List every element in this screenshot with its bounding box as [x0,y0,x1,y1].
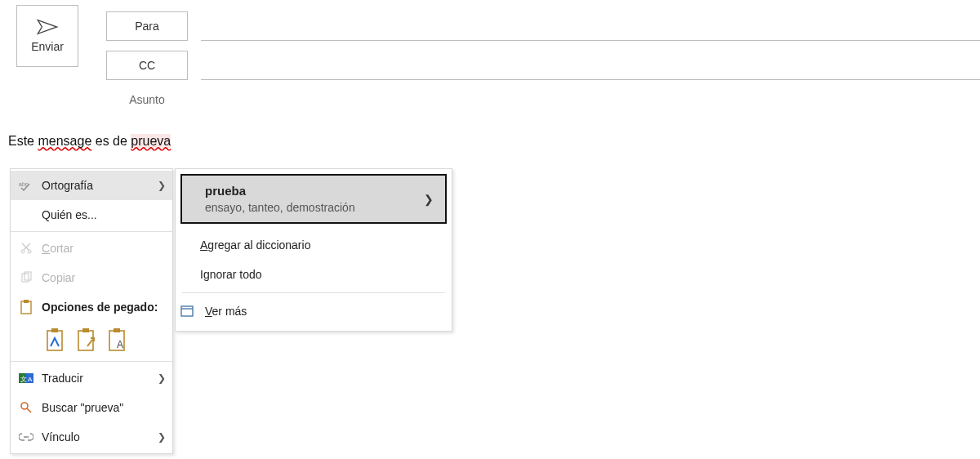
ctx-cut-label: Cortar [42,242,166,255]
ignore-all-label: Ignorar todo [200,268,262,281]
send-button[interactable]: Enviar [16,5,78,67]
ctx-cut: Cortar [11,234,172,263]
body-text: Este mensage es de prueva [8,134,171,148]
paste-options-icons: A [11,322,172,359]
link-icon [17,432,35,442]
subject-label: Asunto [106,93,188,106]
svg-rect-5 [21,301,31,314]
ctx-spelling-label: Ortografía [42,179,158,192]
misspelled-word-2[interactable]: prueva [131,134,171,148]
svg-rect-12 [114,328,120,332]
translate-icon: 文A [17,372,35,385]
svg-text:A: A [28,376,33,383]
ctx-search-label: Buscar "prueva" [42,401,166,414]
misspelled-word-1[interactable]: mensage [38,134,91,148]
copy-icon [17,271,35,284]
svg-point-18 [21,403,28,409]
ctx-who-is-label: Quién es... [42,208,166,221]
cc-input-line[interactable] [201,79,980,80]
chevron-right-icon: ❯ [424,193,434,206]
svg-rect-7 [47,331,62,350]
cc-row: CC [106,44,980,83]
ctx-translate-label: Traducir [42,372,158,385]
ctx-link-label: Vínculo [42,430,158,443]
ctx-translate[interactable]: 文A Traducir ❯ [11,363,172,393]
scissors-icon [17,242,35,255]
window-icon [180,305,198,317]
svg-text:文: 文 [20,376,27,383]
svg-rect-8 [51,328,58,332]
ctx-spelling[interactable]: abc Ortografía ❯ [11,171,172,200]
to-input-line[interactable] [201,40,980,41]
separator [11,361,172,362]
chevron-right-icon: ❯ [158,372,166,384]
svg-point-2 [28,250,31,253]
svg-rect-19 [181,306,193,316]
clipboard-icon [17,300,35,314]
recipient-fields: Para CC Asunto [106,5,980,116]
paste-text-only-icon[interactable]: A [107,328,128,353]
email-header: Enviar Para CC Asunto [0,0,980,116]
add-to-dictionary[interactable]: Agregar al diccionario [176,230,452,260]
cc-button[interactable]: CC [106,51,188,80]
search-icon [17,401,35,414]
svg-point-1 [21,250,24,253]
svg-rect-10 [82,328,89,332]
ctx-copy: Copiar [11,263,172,292]
to-button[interactable]: Para [106,11,188,41]
chevron-right-icon: ❯ [158,180,166,191]
ctx-copy-label: Copiar [42,271,166,284]
send-label: Enviar [31,40,64,53]
suggestion-synonyms: ensayo, tanteo, demostración [205,201,424,214]
see-more[interactable]: Ver más [176,296,452,326]
separator [182,292,445,293]
ignore-all[interactable]: Ignorar todo [176,260,452,289]
context-menu: abc Ortografía ❯ Quién es... Cortar Copi… [10,168,173,454]
ctx-link[interactable]: Vínculo ❯ [11,422,172,452]
subject-row: Asunto [106,83,980,116]
paste-merge-icon[interactable] [76,328,97,353]
suggestion-word: prueba [205,184,424,198]
ctx-paste-options: Opciones de pegado: [11,292,172,322]
send-icon [36,19,59,35]
chevron-right-icon: ❯ [158,431,166,443]
ctx-search[interactable]: Buscar "prueva" [11,393,172,422]
ctx-who-is[interactable]: Quién es... [11,200,172,230]
to-row: Para [106,5,980,44]
spelling-suggestion[interactable]: prueba ensayo, tanteo, demostración ❯ [180,174,447,224]
abc-check-icon: abc [17,180,35,191]
email-body[interactable]: Este mensage es de prueva [0,116,980,149]
separator [11,231,172,232]
spelling-submenu: prueba ensayo, tanteo, demostración ❯ Ag… [175,168,452,332]
svg-rect-6 [24,300,29,303]
svg-text:A: A [117,339,123,350]
paste-keep-source-icon[interactable] [45,328,66,353]
ctx-paste-label: Opciones de pegado: [42,301,166,314]
